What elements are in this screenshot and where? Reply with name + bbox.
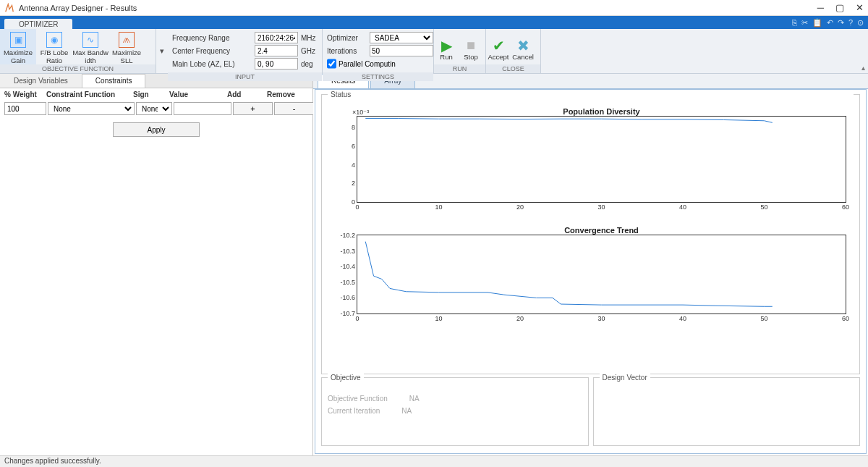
- ribbon: ▣ MaximizeGain ◉ F/B LobeRatio ∿ Max Ban…: [0, 29, 868, 74]
- remove-row-button[interactable]: -: [274, 102, 314, 115]
- parallel-checkbox[interactable]: [327, 58, 336, 70]
- ribbon-dropdown[interactable]: ▾: [156, 29, 168, 73]
- tab-design-variables[interactable]: Design Variables: [0, 74, 82, 88]
- help-icon[interactable]: ?: [848, 18, 853, 27]
- minimize-icon[interactable]: ─: [817, 2, 824, 13]
- group-label: INPUT: [168, 72, 322, 81]
- toolbar-icon[interactable]: ✂: [801, 18, 808, 28]
- obj-iter-value: NA: [401, 407, 412, 415]
- obj-iter-label: Current Iteration: [328, 407, 380, 415]
- gain-icon: ▣: [10, 32, 26, 48]
- col-header: Constraint Function: [46, 91, 133, 98]
- sll-icon: ⩕: [119, 32, 135, 48]
- main-lobe-label: Main Lobe (AZ, EL): [172, 60, 252, 68]
- right-panel: Results Array Status Population Diversit…: [313, 74, 868, 455]
- fb-lobe-button[interactable]: ◉ F/B LobeRatio: [36, 29, 72, 64]
- stop-button[interactable]: ■ Stop: [459, 33, 483, 61]
- dropdown-icon[interactable]: ⊙: [857, 18, 864, 28]
- center-freq-label: Center Frequency: [172, 47, 252, 55]
- objective-fieldset: Objective Objective FunctionNA Current I…: [321, 377, 589, 446]
- bandwidth-button[interactable]: ∿ Max Bandwidth: [72, 29, 109, 64]
- obj-func-label: Objective Function: [328, 395, 388, 403]
- check-icon: ✔: [486, 37, 511, 53]
- group-label: RUN: [434, 64, 485, 73]
- group-label: CLOSE: [486, 64, 540, 73]
- population-diversity-chart: Population Diversity ×10⁻³ 0246801020304…: [357, 107, 846, 216]
- maximize-icon[interactable]: ▢: [835, 2, 844, 13]
- main-lobe-input[interactable]: [255, 58, 298, 70]
- run-button[interactable]: ▶ Run: [434, 33, 459, 61]
- col-header: Value: [169, 91, 227, 98]
- parallel-label: Parallel Computin: [339, 60, 396, 68]
- weight-input[interactable]: [4, 102, 46, 115]
- app-logo: [4, 3, 14, 13]
- status-fieldset: Status Population Diversity ×10⁻³ 024680…: [321, 94, 860, 374]
- iterations-input[interactable]: [370, 45, 433, 56]
- status-bar: Changes applied successfully.: [0, 455, 868, 467]
- toolbar-icon[interactable]: ⎘: [792, 18, 797, 27]
- cancel-icon: ✖: [511, 37, 535, 53]
- tab-constraints[interactable]: Constraints: [82, 74, 146, 88]
- apply-button[interactable]: Apply: [113, 122, 200, 137]
- constraint-row: None None + -: [0, 101, 312, 117]
- toolbar-icon[interactable]: ↶: [827, 18, 833, 28]
- toolbar-icon[interactable]: ↷: [838, 18, 844, 28]
- window-title: Antenna Array Designer - Results: [19, 4, 817, 12]
- objective-legend: Objective: [328, 374, 364, 382]
- tab-optimizer[interactable]: OPTIMIZER: [4, 19, 72, 29]
- play-icon: ▶: [434, 37, 459, 53]
- center-freq-input[interactable]: [255, 45, 298, 56]
- stop-icon: ■: [459, 37, 483, 53]
- bandwidth-icon: ∿: [82, 32, 98, 48]
- obj-func-value: NA: [409, 395, 420, 403]
- maximize-sll-button[interactable]: ⩕ MaximizeSLL: [109, 29, 145, 64]
- convergence-trend-chart: Convergence Trend -10.7-10.6-10.5-10.4-1…: [357, 226, 846, 327]
- value-input[interactable]: [174, 102, 231, 115]
- group-label: OBJECTIVE FUNCTION: [0, 64, 156, 73]
- maximize-gain-button[interactable]: ▣ MaximizeGain: [0, 29, 36, 64]
- iterations-label: Iterations: [327, 47, 367, 55]
- top-tabstrip: OPTIMIZER ⎘ ✂ 📋 ↶ ↷ ? ⊙: [0, 16, 868, 29]
- add-row-button[interactable]: +: [233, 102, 273, 115]
- cancel-button[interactable]: ✖ Cancel: [511, 33, 535, 61]
- group-label: SETTINGS: [323, 72, 433, 81]
- sign-select[interactable]: None: [136, 102, 172, 115]
- lobe-icon: ◉: [46, 32, 62, 48]
- ribbon-collapse-icon[interactable]: ▴: [861, 64, 865, 72]
- freq-range-input[interactable]: [255, 32, 298, 43]
- close-icon[interactable]: ✕: [856, 2, 864, 13]
- freq-range-label: Frequency Range: [172, 34, 252, 42]
- design-vector-legend: Design Vector: [600, 374, 650, 382]
- design-vector-fieldset: Design Vector: [593, 377, 861, 446]
- optimizer-select[interactable]: SADEA: [370, 32, 433, 43]
- accept-button[interactable]: ✔ Accept: [486, 33, 511, 61]
- col-header: Sign: [133, 91, 169, 98]
- col-header: Remove: [267, 91, 307, 98]
- col-header: % Weight: [4, 91, 46, 98]
- unit-label: deg: [301, 60, 323, 68]
- title-bar: Antenna Array Designer - Results ─ ▢ ✕: [0, 0, 868, 16]
- unit-label: GHz: [301, 47, 323, 55]
- unit-label: MHz: [301, 34, 323, 42]
- left-panel: Design Variables Constraints % Weight Co…: [0, 74, 313, 455]
- optimizer-label: Optimizer: [327, 34, 367, 42]
- function-select[interactable]: None: [48, 102, 135, 115]
- status-legend: Status: [328, 91, 854, 98]
- toolbar-icon[interactable]: 📋: [812, 18, 822, 28]
- col-header: Add: [227, 91, 267, 98]
